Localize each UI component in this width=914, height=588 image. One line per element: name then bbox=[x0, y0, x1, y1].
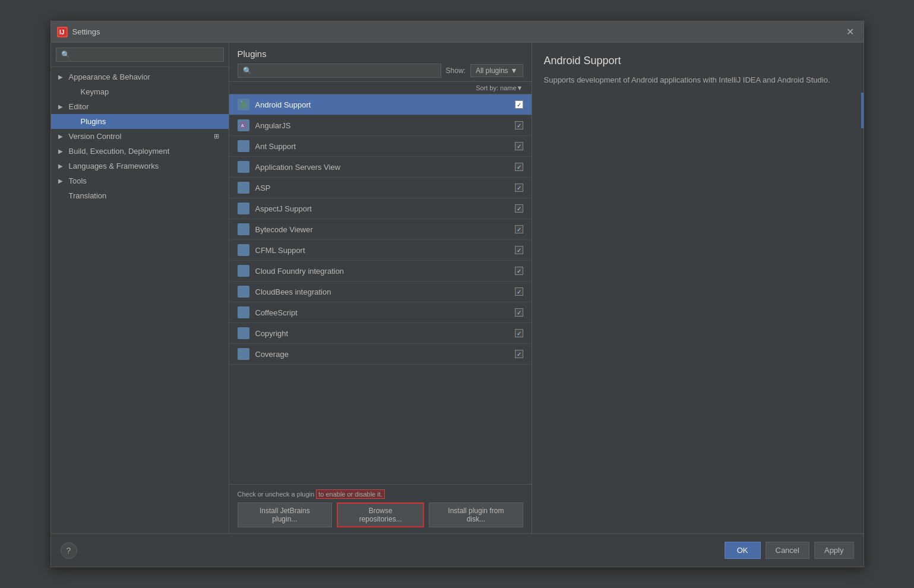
plugin-icon: A bbox=[238, 119, 249, 131]
arrow-icon: ▶ bbox=[58, 148, 65, 154]
plugin-item-ant-support[interactable]: Ant Support bbox=[229, 136, 532, 157]
svg-rect-3 bbox=[242, 101, 245, 105]
plugin-icon bbox=[238, 203, 249, 214]
sidebar-item-editor[interactable]: ▶ Editor bbox=[51, 99, 229, 114]
install-jetbrains-button[interactable]: Install JetBrains plugin... bbox=[238, 502, 333, 527]
plugin-checkbox[interactable] bbox=[515, 287, 523, 296]
arrow-icon: ▶ bbox=[58, 74, 65, 80]
plugin-item-aspectj-support[interactable]: AspectJ Support bbox=[229, 198, 532, 219]
plugin-checkbox[interactable] bbox=[515, 350, 523, 358]
arrow-icon: ▶ bbox=[58, 163, 65, 169]
help-button[interactable]: ? bbox=[61, 542, 77, 559]
svg-rect-15 bbox=[239, 308, 248, 317]
sidebar-item-appearance-behavior[interactable]: ▶ Appearance & Behavior bbox=[51, 69, 229, 84]
plugin-checkbox[interactable] bbox=[515, 204, 523, 213]
plugin-name: Copyright bbox=[255, 329, 515, 338]
plugin-item-application-servers-view[interactable]: Application Servers View bbox=[229, 157, 532, 178]
bottom-right-buttons: OK Cancel Apply bbox=[725, 542, 854, 559]
svg-rect-8 bbox=[239, 162, 248, 172]
sidebar-item-label: Editor bbox=[69, 102, 89, 111]
plugins-header: Plugins Show: All plugins ▼ bbox=[229, 43, 532, 82]
sidebar-item-label: Keymap bbox=[81, 87, 109, 96]
plugin-checkbox[interactable] bbox=[515, 246, 523, 254]
plugin-item-coffeescript[interactable]: CoffeeScript bbox=[229, 302, 532, 323]
plugin-checkbox[interactable] bbox=[515, 184, 523, 192]
plugins-footer: Check or uncheck a plugin to enable or d… bbox=[229, 484, 532, 533]
plugin-item-bytecode-viewer[interactable]: Bytecode Viewer bbox=[229, 219, 532, 240]
plugin-name: Ant Support bbox=[255, 142, 515, 151]
plugins-list: Android Support A AngularJS bbox=[229, 94, 532, 484]
plugin-name: Bytecode Viewer bbox=[255, 225, 515, 234]
sidebar-item-languages-frameworks[interactable]: ▶ Languages & Frameworks bbox=[51, 159, 229, 173]
plugin-icon bbox=[238, 244, 249, 256]
plugin-checkbox[interactable] bbox=[515, 225, 523, 233]
svg-rect-12 bbox=[239, 245, 248, 255]
sidebar-item-label: Plugins bbox=[81, 117, 106, 126]
browse-repositories-button[interactable]: Browse repositories... bbox=[337, 502, 424, 527]
sidebar-search-input[interactable] bbox=[56, 48, 224, 62]
spacer bbox=[70, 88, 77, 95]
sidebar-item-keymap[interactable]: Keymap bbox=[51, 84, 229, 99]
plugin-item-angularjs[interactable]: A AngularJS bbox=[229, 115, 532, 136]
plugin-checkbox[interactable] bbox=[515, 121, 523, 129]
svg-rect-17 bbox=[239, 349, 248, 359]
ok-button[interactable]: OK bbox=[725, 542, 761, 559]
plugin-checkbox[interactable] bbox=[515, 329, 523, 337]
plugin-item-asp[interactable]: ASP bbox=[229, 178, 532, 198]
plugin-name: Cloud Foundry integration bbox=[255, 267, 515, 276]
plugin-item-coverage[interactable]: Coverage bbox=[229, 344, 532, 365]
sidebar-item-plugins[interactable]: Plugins bbox=[51, 114, 229, 129]
sidebar-item-label: Version Control bbox=[69, 132, 122, 141]
right-accent-bar bbox=[861, 93, 864, 128]
cancel-button[interactable]: Cancel bbox=[766, 542, 809, 559]
plugin-name: Android Support bbox=[255, 100, 515, 109]
close-button[interactable]: ✕ bbox=[843, 25, 858, 39]
plugin-icon bbox=[238, 306, 249, 318]
dialog-title: Settings bbox=[72, 27, 843, 36]
dialog-content: ▶ Appearance & Behavior Keymap ▶ Editor … bbox=[51, 43, 864, 533]
sort-bar: Sort by: name ▼ bbox=[229, 82, 532, 94]
plugin-checkbox[interactable] bbox=[515, 267, 523, 275]
show-dropdown-value: All plugins bbox=[476, 67, 508, 75]
app-icon: IJ bbox=[57, 27, 68, 37]
arrow-icon: ▶ bbox=[58, 103, 65, 110]
plugin-checkbox[interactable] bbox=[515, 142, 523, 150]
sidebar-item-translation[interactable]: Translation bbox=[51, 188, 229, 203]
sidebar: ▶ Appearance & Behavior Keymap ▶ Editor … bbox=[51, 43, 229, 533]
plugin-icon bbox=[238, 223, 249, 235]
plugin-checkbox[interactable] bbox=[515, 163, 523, 171]
plugins-search-input[interactable] bbox=[238, 64, 441, 78]
detail-title: Android Support bbox=[544, 55, 852, 67]
plugin-name: AspectJ Support bbox=[255, 204, 515, 213]
settings-dialog: IJ Settings ✕ ▶ Appearance & Behavior Ke… bbox=[50, 21, 864, 567]
sort-label[interactable]: Sort by: name bbox=[476, 84, 516, 91]
plugin-checkbox[interactable] bbox=[515, 308, 523, 317]
plugin-item-cloud-foundry[interactable]: Cloud Foundry integration bbox=[229, 261, 532, 282]
svg-rect-16 bbox=[239, 328, 248, 338]
sidebar-item-version-control[interactable]: ▶ Version Control ⊞ bbox=[51, 129, 229, 144]
plugin-name: ASP bbox=[255, 184, 515, 192]
plugin-icon bbox=[238, 161, 249, 173]
sidebar-item-build-execution[interactable]: ▶ Build, Execution, Deployment bbox=[51, 144, 229, 159]
sidebar-item-tools[interactable]: ▶ Tools bbox=[51, 173, 229, 188]
detail-description: Supports development of Android applicat… bbox=[544, 74, 852, 87]
apply-button[interactable]: Apply bbox=[814, 542, 854, 559]
show-dropdown[interactable]: All plugins ▼ bbox=[470, 64, 523, 77]
plugin-item-cloudbees[interactable]: CloudBees integration bbox=[229, 282, 532, 302]
plugins-toolbar: Show: All plugins ▼ bbox=[238, 64, 523, 78]
plugin-item-copyright[interactable]: Copyright bbox=[229, 323, 532, 344]
plugin-name: Application Servers View bbox=[255, 163, 515, 172]
plugin-icon bbox=[238, 348, 249, 360]
footer-text: Check or uncheck a plugin to enable or d… bbox=[238, 491, 523, 498]
sidebar-search-container bbox=[51, 43, 229, 67]
plugin-icon bbox=[238, 265, 249, 277]
plugins-title: Plugins bbox=[238, 49, 523, 59]
svg-rect-7 bbox=[239, 141, 248, 151]
plugin-checkbox[interactable] bbox=[515, 100, 523, 109]
vc-icon: ⊞ bbox=[214, 132, 219, 140]
svg-rect-11 bbox=[239, 225, 248, 234]
install-from-disk-button[interactable]: Install plugin from disk... bbox=[429, 502, 523, 527]
sidebar-items: ▶ Appearance & Behavior Keymap ▶ Editor … bbox=[51, 67, 229, 533]
plugin-item-android-support[interactable]: Android Support bbox=[229, 94, 532, 115]
plugin-item-cfml-support[interactable]: CFML Support bbox=[229, 240, 532, 261]
